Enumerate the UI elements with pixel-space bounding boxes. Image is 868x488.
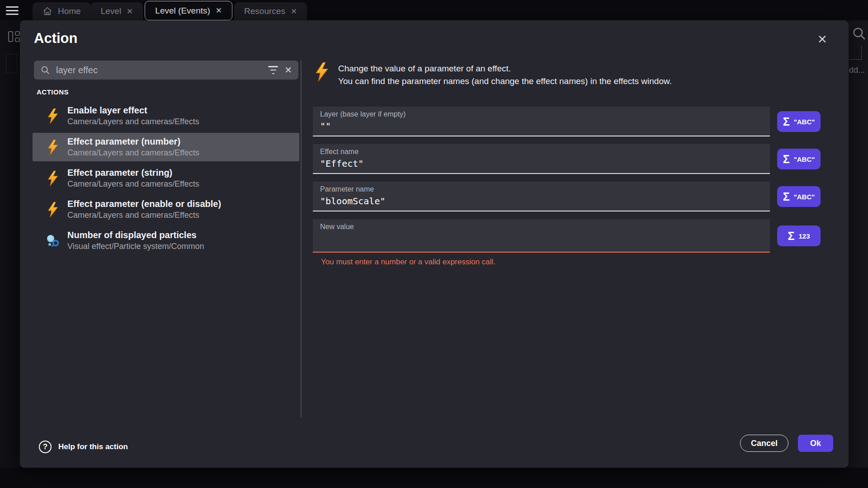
selection-dashed-border xyxy=(850,46,862,60)
action-title: Effect parameter (number) xyxy=(67,136,199,147)
panel-divider xyxy=(301,61,302,418)
tab-label: Level (Events) xyxy=(155,6,210,16)
left-edge-strip xyxy=(0,20,20,468)
lightning-icon xyxy=(46,108,60,124)
dialog-title: Action xyxy=(34,30,77,47)
text-field[interactable]: New value xyxy=(313,219,770,253)
action-list-item[interactable]: Effect parameter (string) Camera/Layers … xyxy=(33,164,299,192)
action-description: Change the value of a parameter of an ef… xyxy=(315,62,672,88)
action-category-path: Camera/Layers and cameras/Effects xyxy=(67,117,199,127)
text-field[interactable]: Effect name "Effect" xyxy=(313,144,770,174)
help-link[interactable]: Help for this action xyxy=(39,441,128,453)
field-label: Layer (base layer if empty) xyxy=(320,110,763,118)
expression-type-label: "ABC" xyxy=(794,155,815,163)
action-title: Effect parameter (enable or disable) xyxy=(67,199,221,209)
home-icon xyxy=(42,6,52,16)
sigma-icon xyxy=(783,116,790,127)
editor-tabs: Home Level Level (Events) Resources xyxy=(33,0,307,20)
text-field[interactable]: Layer (base layer if empty) "" xyxy=(313,107,770,136)
action-category-path: Camera/Layers and cameras/Effects xyxy=(67,179,199,189)
action-list-item[interactable]: Effect parameter (enable or disable) Cam… xyxy=(33,195,299,224)
action-title: Enable layer effect xyxy=(67,105,199,116)
expression-type-label: "ABC" xyxy=(794,118,815,126)
field-block: Parameter name "bloomScale" "ABC" xyxy=(313,182,833,211)
field-value[interactable]: "" xyxy=(320,121,763,131)
tab-label: Resources xyxy=(244,6,285,16)
search-input[interactable] xyxy=(56,65,262,75)
help-icon xyxy=(39,441,52,453)
app-top-bar: Home Level Level (Events) Resources xyxy=(0,0,868,20)
editor-tab[interactable]: Level xyxy=(91,2,143,20)
close-icon[interactable] xyxy=(815,32,830,47)
ok-button[interactable]: Ok xyxy=(798,435,833,452)
expression-type-label: "ABC" xyxy=(794,193,815,201)
action-list-item[interactable]: Enable layer effect Camera/Layers and ca… xyxy=(33,102,299,130)
action-search-box[interactable] xyxy=(34,61,298,80)
field-label: Parameter name xyxy=(320,185,763,193)
expression-builder-button[interactable]: "ABC" xyxy=(777,186,821,207)
expression-builder-button[interactable]: "ABC" xyxy=(777,111,821,132)
actions-list-header: ACTIONS xyxy=(37,88,69,96)
editor-tab[interactable]: Home xyxy=(33,2,91,20)
tab-label: Level xyxy=(101,6,121,16)
search-icon xyxy=(40,65,50,75)
expression-builder-button[interactable]: "ABC" xyxy=(777,149,821,169)
tab-close-icon[interactable] xyxy=(291,8,297,15)
search-icon[interactable] xyxy=(851,26,867,41)
clear-search-icon[interactable] xyxy=(284,65,292,75)
action-category-path: Camera/Layers and cameras/Effects xyxy=(67,148,199,158)
field-block: Layer (base layer if empty) "" "ABC" xyxy=(313,107,833,136)
field-label: New value xyxy=(320,223,763,231)
tab-label: Home xyxy=(58,6,81,16)
action-title: Effect parameter (string) xyxy=(67,168,199,178)
lightning-icon xyxy=(46,202,60,217)
action-list-item[interactable]: Number of displayed particles Visual eff… xyxy=(33,226,299,255)
field-value[interactable] xyxy=(320,233,763,244)
action-list: Enable layer effect Camera/Layers and ca… xyxy=(33,102,299,258)
expression-builder-button[interactable]: 123 xyxy=(777,225,821,246)
right-edge-strip: dd... xyxy=(849,20,868,468)
parameter-fields: Layer (base layer if empty) "" "ABC" Eff… xyxy=(313,107,833,273)
sigma-icon xyxy=(783,154,790,165)
field-error-message: You must enter a number or a valid expre… xyxy=(321,258,833,267)
text-field[interactable]: Parameter name "bloomScale" xyxy=(313,182,770,211)
clipped-add-button[interactable]: dd... xyxy=(849,66,865,75)
app-bottom-strip xyxy=(0,468,868,488)
tab-close-icon[interactable] xyxy=(127,8,133,15)
description-line-1: Change the value of a parameter of an ef… xyxy=(338,62,672,75)
menu-icon[interactable] xyxy=(6,6,19,15)
cancel-button[interactable]: Cancel xyxy=(740,435,788,452)
sigma-icon xyxy=(788,230,794,242)
field-block: New value 123 You must enter a number or… xyxy=(313,219,833,267)
field-label: Effect name xyxy=(320,148,763,156)
field-value[interactable]: "bloomScale" xyxy=(320,196,763,206)
lightning-icon xyxy=(46,171,60,186)
particles-icon xyxy=(46,234,60,248)
panels-icon[interactable] xyxy=(8,31,20,42)
action-category-path: Visual effect/Particle system/Common xyxy=(67,242,204,251)
dimmed-toolbar-button xyxy=(6,54,17,73)
description-line-2: You can find the parameter names (and ch… xyxy=(338,75,672,88)
editor-tab[interactable]: Resources xyxy=(234,2,307,20)
filter-icon[interactable] xyxy=(268,66,278,74)
field-value[interactable]: "Effect" xyxy=(320,158,763,169)
tab-close-icon[interactable] xyxy=(216,7,222,14)
action-dialog: Action ACTIONS Enable layer effect Camer… xyxy=(20,20,849,468)
action-category-path: Camera/Layers and cameras/Effects xyxy=(67,211,221,220)
action-title: Number of displayed particles xyxy=(67,230,204,240)
sigma-icon xyxy=(783,191,790,202)
action-list-item[interactable]: Effect parameter (number) Camera/Layers … xyxy=(33,133,299,161)
editor-tab[interactable]: Level (Events) xyxy=(145,1,232,20)
lightning-icon xyxy=(315,62,329,81)
expression-type-label: 123 xyxy=(798,232,810,240)
lightning-icon xyxy=(46,140,60,155)
field-block: Effect name "Effect" "ABC" xyxy=(313,144,833,174)
help-label: Help for this action xyxy=(58,442,128,451)
